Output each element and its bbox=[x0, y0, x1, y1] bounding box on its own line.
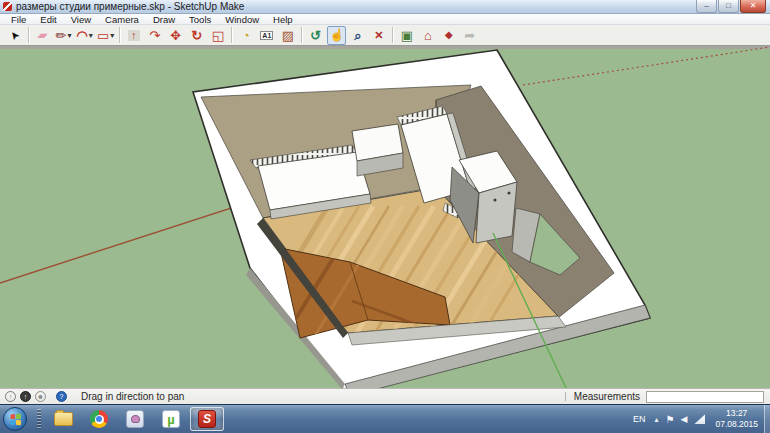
windows-logo-icon bbox=[10, 413, 20, 425]
taskbar-paint-button[interactable] bbox=[118, 407, 152, 431]
move-icon: ✥ bbox=[170, 29, 181, 42]
taskbar-utorrent-button[interactable]: µ bbox=[154, 407, 188, 431]
toolbar-separator bbox=[28, 27, 29, 43]
menu-view[interactable]: View bbox=[64, 14, 98, 25]
network-icon[interactable] bbox=[694, 414, 705, 424]
toolbar-separator bbox=[301, 27, 302, 43]
utorrent-icon: µ bbox=[162, 410, 180, 428]
chevron-down-icon[interactable]: ▾ bbox=[89, 31, 93, 40]
sketchup-logo-icon bbox=[3, 2, 12, 11]
extension-warehouse-button[interactable]: ◆ bbox=[439, 26, 458, 45]
credits-icon[interactable]: ↑ bbox=[20, 391, 31, 402]
taskbar: µ S EN ▴ ⚑ ◀ 13:27 07.08.2015 bbox=[0, 404, 770, 433]
menu-camera[interactable]: Camera bbox=[98, 14, 146, 25]
menu-tools[interactable]: Tools bbox=[182, 14, 218, 25]
system-tray: EN ▴ ⚑ ◀ 13:27 07.08.2015 bbox=[628, 405, 770, 433]
language-indicator[interactable]: EN bbox=[628, 412, 651, 426]
tape-measure-tool-button[interactable]: ◔ bbox=[236, 26, 255, 45]
viewport-3d[interactable] bbox=[0, 46, 770, 388]
cabinet-handle bbox=[494, 199, 497, 202]
move-tool-button[interactable]: ✥ bbox=[166, 26, 185, 45]
toolbar-separator bbox=[231, 27, 232, 43]
push-pull-icon: ↑ bbox=[128, 30, 140, 41]
menu-edit[interactable]: Edit bbox=[33, 14, 63, 25]
window-title: размеры студии примерные.skp - SketchUp … bbox=[16, 0, 244, 14]
taskbar-grip[interactable] bbox=[37, 409, 41, 429]
orbit-icon: ↺ bbox=[310, 29, 321, 42]
maximize-button[interactable]: □ bbox=[718, 0, 739, 13]
menu-window[interactable]: Window bbox=[218, 14, 266, 25]
status-bar: ↑ ↑ ☻ ? Drag in direction to pan Measure… bbox=[0, 388, 770, 404]
menu-help[interactable]: Help bbox=[266, 14, 300, 25]
eraser-icon: ▰ bbox=[36, 29, 48, 41]
zoom-extents-icon: ✕ bbox=[374, 30, 383, 41]
taskbar-sketchup-button[interactable]: S bbox=[190, 407, 224, 431]
volume-icon[interactable]: ◀ bbox=[678, 414, 691, 424]
rotate-tool-button[interactable]: ↻ bbox=[187, 26, 206, 45]
close-button[interactable]: ✕ bbox=[740, 0, 766, 13]
start-button[interactable] bbox=[3, 407, 27, 431]
arc-tool-button[interactable]: ◠▾ bbox=[75, 26, 94, 45]
user-icon[interactable]: ☻ bbox=[35, 391, 46, 402]
paint-bucket-tool-button[interactable]: ▨ bbox=[278, 26, 297, 45]
zoom-extents-button[interactable]: ✕ bbox=[369, 26, 388, 45]
geolocation-icon[interactable]: ↑ bbox=[5, 391, 16, 402]
pencil-icon: ✏ bbox=[56, 29, 67, 42]
arc-icon: ◠ bbox=[76, 29, 87, 42]
pan-hand-icon: ☝ bbox=[329, 29, 344, 41]
show-desktop-button[interactable] bbox=[764, 405, 770, 433]
status-hint: Drag in direction to pan bbox=[81, 391, 184, 402]
scale-tool-button[interactable]: ◱ bbox=[208, 26, 227, 45]
clock[interactable]: 13:27 07.08.2015 bbox=[709, 408, 764, 429]
toolbar-separator bbox=[119, 27, 120, 43]
select-icon: ➤ bbox=[7, 28, 21, 42]
text-icon: A1 bbox=[260, 31, 273, 40]
menu-draw[interactable]: Draw bbox=[146, 14, 182, 25]
chrome-icon bbox=[90, 410, 108, 428]
action-center-flag-icon[interactable]: ⚑ bbox=[663, 414, 678, 425]
help-icon[interactable]: ? bbox=[56, 391, 67, 402]
share-model-button[interactable]: ⌂ bbox=[418, 26, 437, 45]
scale-icon: ◱ bbox=[212, 29, 224, 42]
rectangle-icon: ▭ bbox=[97, 29, 109, 42]
chevron-down-icon[interactable]: ▾ bbox=[67, 31, 71, 40]
eraser-tool-button[interactable]: ▰ bbox=[33, 26, 52, 45]
menu-bar: File Edit View Camera Draw Tools Window … bbox=[0, 14, 770, 25]
chevron-down-icon[interactable]: ▾ bbox=[110, 31, 114, 40]
magnifier-icon: ⌕ bbox=[354, 29, 361, 42]
send-to-layout-button: ➦ bbox=[460, 26, 479, 45]
pan-tool-button[interactable]: ☝ bbox=[327, 26, 346, 45]
getting-started-toolbar: ➤ ▰ ✏▾ ◠▾ ▭▾ ↑ ↷ ✥ ↻ ◱ ◔ A1 ▨ ↺ ☝ ⌕ ✕ ▣ … bbox=[0, 25, 770, 46]
line-tool-button[interactable]: ✏▾ bbox=[54, 26, 73, 45]
cabinet-handle bbox=[508, 192, 511, 195]
push-pull-tool-button[interactable]: ↑ bbox=[124, 26, 143, 45]
toolbar-separator bbox=[392, 27, 393, 43]
tape-measure-icon: ◔ bbox=[242, 29, 250, 42]
horizon-strip bbox=[0, 46, 770, 49]
clock-date: 07.08.2015 bbox=[715, 419, 758, 430]
select-tool-button[interactable]: ➤ bbox=[5, 26, 24, 45]
send-to-layout-icon: ➦ bbox=[464, 29, 475, 42]
measurements-input[interactable] bbox=[646, 391, 764, 403]
explorer-folder-icon bbox=[54, 412, 73, 426]
taskbar-chrome-button[interactable] bbox=[82, 407, 116, 431]
rotate-icon: ↻ bbox=[191, 29, 202, 42]
rectangle-tool-button[interactable]: ▭▾ bbox=[96, 26, 115, 45]
orbit-tool-button[interactable]: ↺ bbox=[306, 26, 325, 45]
get-models-icon: ▣ bbox=[401, 29, 413, 42]
paint-bucket-icon: ▨ bbox=[282, 29, 294, 42]
hidden-icons-chevron[interactable]: ▴ bbox=[651, 415, 663, 424]
status-divider bbox=[565, 392, 566, 401]
title-bar: размеры студии примерные.skp - SketchUp … bbox=[0, 0, 770, 14]
share-model-icon: ⌂ bbox=[424, 29, 432, 42]
text-tool-button[interactable]: A1 bbox=[257, 26, 276, 45]
zoom-tool-button[interactable]: ⌕ bbox=[348, 26, 367, 45]
menu-file[interactable]: File bbox=[4, 14, 33, 25]
taskbar-explorer-button[interactable] bbox=[46, 407, 80, 431]
get-models-button[interactable]: ▣ bbox=[397, 26, 416, 45]
sketchup-window: размеры студии примерные.skp - SketchUp … bbox=[0, 0, 770, 433]
offset-tool-button[interactable]: ↷ bbox=[145, 26, 164, 45]
sketchup-icon: S bbox=[198, 410, 216, 428]
offset-icon: ↷ bbox=[149, 29, 160, 42]
minimize-button[interactable]: – bbox=[696, 0, 717, 13]
